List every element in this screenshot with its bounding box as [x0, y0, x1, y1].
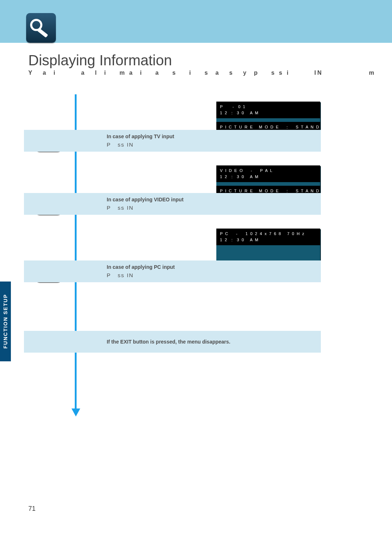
page-number: 71: [28, 505, 36, 513]
step-1-heading: In case of applying TV input: [107, 134, 174, 139]
section-tab: FUNCTION SETUP: [0, 282, 11, 361]
osd-pc-top: P C - 1 0 2 4 x 7 6 8 7 0 H z 1 2 : 3 0 …: [216, 229, 320, 245]
step-2-heading: In case of applying VIDEO input: [107, 197, 184, 202]
step-3-heading: In case of applying PC input: [107, 264, 175, 270]
page-subtitle: Y a i a l i m a i a s i s a s y p s s i …: [28, 70, 392, 76]
step-3-sub: P ss IN: [107, 272, 134, 278]
exit-text: If the EXIT button is pressed, the menu …: [107, 339, 230, 345]
wrench-icon: [26, 13, 56, 43]
step-row-exit: If the EXIT button is pressed, the menu …: [24, 331, 321, 353]
header-band: [0, 0, 392, 43]
step-row-2: In case of applying VIDEO input P ss IN: [24, 193, 321, 215]
svg-rect-1: [37, 28, 48, 38]
flow-arrow-head: [72, 408, 80, 416]
osd-tv-top: P - 0 1 1 2 : 3 0 A M: [216, 102, 320, 118]
step-row-3: In case of applying PC input P ss IN: [24, 260, 321, 282]
step-row-1: In case of applying TV input P ss IN: [24, 130, 321, 152]
osd-video-top: V I D E O - P A L 1 2 : 3 0 A M: [216, 165, 320, 182]
step-1-sub: P ss IN: [107, 141, 134, 148]
step-2-sub: P ss IN: [107, 205, 134, 211]
page-title: Displaying Information: [28, 52, 172, 69]
